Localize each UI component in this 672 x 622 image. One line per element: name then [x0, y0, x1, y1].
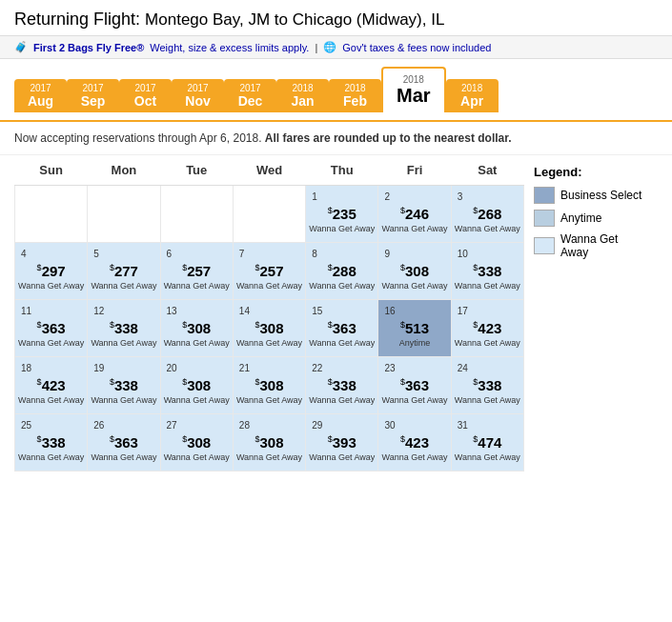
- calendar-day-15[interactable]: 15$363Wanna Get Away: [306, 300, 378, 357]
- day-number: 20: [163, 361, 231, 375]
- day-type: Wanna Get Away: [380, 281, 448, 291]
- calendar-day-17[interactable]: 17$423Wanna Get Away: [451, 300, 523, 357]
- calendar-day-1[interactable]: 1$235Wanna Get Away: [306, 186, 378, 243]
- month-tab-aug[interactable]: 2017Aug: [14, 79, 67, 112]
- calendar-day-25[interactable]: 25$338Wanna Get Away: [15, 414, 88, 472]
- day-number: 25: [17, 418, 85, 432]
- day-price: $423: [454, 318, 521, 338]
- day-price: $308: [163, 432, 231, 452]
- day-type: Wanna Get Away: [235, 338, 303, 349]
- day-number: 17: [454, 304, 521, 318]
- legend-label-anytime: Anytime: [560, 211, 601, 225]
- calendar-day-31[interactable]: 31$474Wanna Get Away: [451, 414, 523, 472]
- calendar-day-4[interactable]: 4$297Wanna Get Away: [15, 243, 88, 300]
- calendar-day-18[interactable]: 18$423Wanna Get Away: [15, 357, 88, 414]
- day-type: Wanna Get Away: [17, 338, 85, 349]
- calendar-day-12[interactable]: 12$338Wanna Get Away: [88, 300, 160, 357]
- baggage-link1[interactable]: Weight, size & excess limits apply.: [150, 42, 309, 53]
- day-type: Wanna Get Away: [454, 338, 521, 349]
- month-nav: 2017Aug2017Sep2017Oct2017Nov2017Dec2018J…: [0, 59, 672, 122]
- month-tab-jan[interactable]: 2018Jan: [276, 79, 329, 112]
- day-number: 9: [380, 247, 448, 261]
- day-type: Wanna Get Away: [308, 452, 376, 463]
- day-type: Wanna Get Away: [90, 338, 157, 349]
- calendar-day-22[interactable]: 22$338Wanna Get Away: [306, 357, 378, 414]
- calendar-day-27[interactable]: 27$308Wanna Get Away: [160, 414, 233, 472]
- month-tab-mar[interactable]: 2018Mar: [381, 67, 446, 112]
- day-price: $338: [17, 432, 85, 452]
- baggage-text: First 2 Bags Fly Free®: [33, 42, 144, 53]
- month-tab-dec[interactable]: 2017Dec: [224, 79, 276, 112]
- day-type: Wanna Get Away: [308, 224, 376, 234]
- col-header-sat: Sat: [451, 155, 523, 186]
- day-price: $338: [90, 375, 157, 395]
- calendar-day-30[interactable]: 30$423Wanna Get Away: [378, 414, 451, 472]
- day-type: Wanna Get Away: [308, 395, 376, 406]
- info-text: Now accepting reservations through Apr 6…: [14, 131, 262, 145]
- day-price: $423: [17, 375, 85, 395]
- legend-box-business: [534, 187, 555, 204]
- calendar-week-5: 25$338Wanna Get Away26$363Wanna Get Away…: [15, 414, 524, 472]
- calendar-day-29[interactable]: 29$393Wanna Get Away: [306, 414, 378, 472]
- calendar-day-20[interactable]: 20$308Wanna Get Away: [160, 357, 233, 414]
- day-number: 3: [454, 190, 521, 204]
- legend-box-anytime: [534, 210, 555, 227]
- col-header-thu: Thu: [306, 155, 378, 186]
- calendar-day-21[interactable]: 21$308Wanna Get Away: [233, 357, 305, 414]
- baggage-bar: 🧳 First 2 Bags Fly Free® Weight, size & …: [0, 36, 672, 59]
- day-type: Wanna Get Away: [380, 224, 448, 234]
- calendar-day-2[interactable]: 2$246Wanna Get Away: [378, 186, 451, 243]
- day-number: 12: [90, 304, 157, 318]
- calendar-day-11[interactable]: 11$363Wanna Get Away: [15, 300, 88, 357]
- day-number: 22: [308, 361, 376, 375]
- calendar-day-8[interactable]: 8$288Wanna Get Away: [306, 243, 378, 300]
- day-type: Wanna Get Away: [163, 395, 231, 406]
- calendar-day-empty: [233, 186, 305, 243]
- legend-label-wanna: Wanna Get Away: [560, 232, 648, 259]
- month-tab-oct[interactable]: 2017Oct: [119, 79, 172, 112]
- day-price: $297: [17, 261, 85, 281]
- day-number: 6: [163, 247, 231, 261]
- day-type: Wanna Get Away: [235, 452, 303, 463]
- calendar-day-16[interactable]: 16$513Anytime: [378, 300, 451, 357]
- day-price: $338: [308, 375, 376, 395]
- calendar-day-13[interactable]: 13$308Wanna Get Away: [160, 300, 233, 357]
- globe-icon: 🌐: [323, 41, 336, 53]
- route-label: Montego Bay, JM to Chicago (Midway), IL: [145, 10, 444, 29]
- month-tab-sep[interactable]: 2017Sep: [67, 79, 119, 112]
- day-type: Wanna Get Away: [308, 338, 376, 349]
- day-price: $308: [235, 318, 303, 338]
- calendar-day-7[interactable]: 7$257Wanna Get Away: [233, 243, 305, 300]
- day-price: $474: [454, 432, 521, 452]
- day-number: 26: [90, 418, 157, 432]
- info-section: Now accepting reservations through Apr 6…: [0, 122, 672, 155]
- day-type: Wanna Get Away: [17, 452, 85, 463]
- month-tab-nov[interactable]: 2017Nov: [172, 79, 224, 112]
- day-price: $363: [308, 318, 376, 338]
- legend-box-wanna: [534, 237, 555, 254]
- day-type: Wanna Get Away: [380, 452, 448, 463]
- calendar-day-6[interactable]: 6$257Wanna Get Away: [160, 243, 233, 300]
- calendar-day-24[interactable]: 24$338Wanna Get Away: [451, 357, 523, 414]
- calendar-day-14[interactable]: 14$308Wanna Get Away: [233, 300, 305, 357]
- day-type: Wanna Get Away: [17, 395, 85, 406]
- calendar-day-28[interactable]: 28$308Wanna Get Away: [233, 414, 305, 472]
- day-price: $338: [454, 375, 521, 395]
- month-tab-apr[interactable]: 2018Apr: [446, 79, 499, 112]
- calendar-day-10[interactable]: 10$338Wanna Get Away: [451, 243, 523, 300]
- calendar-week-1: 1$235Wanna Get Away2$246Wanna Get Away3$…: [15, 186, 524, 243]
- month-tab-feb[interactable]: 2018Feb: [329, 79, 381, 112]
- info-bold: All fares are rounded up to the nearest …: [265, 131, 512, 145]
- day-price: $423: [380, 432, 448, 452]
- calendar-week-2: 4$297Wanna Get Away5$277Wanna Get Away6$…: [15, 243, 524, 300]
- calendar-day-3[interactable]: 3$268Wanna Get Away: [451, 186, 523, 243]
- day-number: 31: [454, 418, 521, 432]
- calendar-day-26[interactable]: 26$363Wanna Get Away: [88, 414, 160, 472]
- calendar-day-9[interactable]: 9$308Wanna Get Away: [378, 243, 451, 300]
- day-price: $393: [308, 432, 376, 452]
- calendar-day-23[interactable]: 23$363Wanna Get Away: [378, 357, 451, 414]
- calendar-day-5[interactable]: 5$277Wanna Get Away: [88, 243, 160, 300]
- baggage-link2[interactable]: Gov't taxes & fees now included: [342, 42, 491, 53]
- day-price: $308: [235, 375, 303, 395]
- calendar-day-19[interactable]: 19$338Wanna Get Away: [88, 357, 160, 414]
